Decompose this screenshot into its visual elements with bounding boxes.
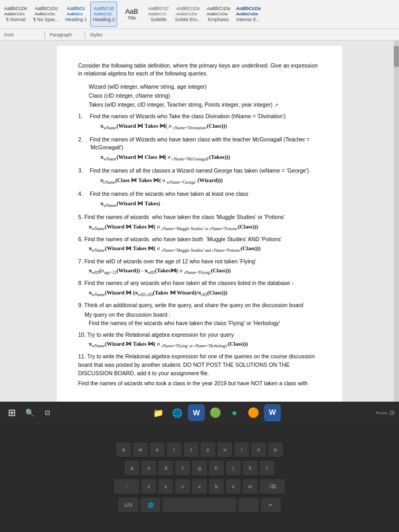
key-r[interactable]: r: [167, 442, 182, 458]
question-9: 9. Think of an additional query, write t…: [78, 301, 321, 327]
taskbar-search[interactable]: 🔍: [22, 405, 37, 420]
formula-10: πwName(Wizard ⋈ Takes ⋈( σ cName='Flying…: [89, 340, 321, 349]
keyboard-row-3: ↑ z x c v b n m ⌫: [3, 479, 396, 495]
app-spotify[interactable]: ●: [226, 404, 243, 421]
formula-5: πwName(Wizard ⋈ Takes ⋈( σ cName='Muggle…: [89, 223, 321, 232]
document-area: Consider the following table definition,…: [0, 41, 399, 424]
key-p[interactable]: p: [268, 442, 283, 458]
key-a[interactable]: a: [125, 461, 139, 477]
style-intense-e-label: Intense E...: [236, 17, 261, 22]
def-wizard: Wizard (wID integer, wName string, age i…: [89, 82, 321, 91]
keyboard-row-1: q w e r t y u i o p: [3, 442, 396, 458]
style-no-spacing[interactable]: AaBbCcDcAaBbCcDc ¶ No Spac...: [31, 2, 61, 27]
style-subtle-em[interactable]: AoBbCcDaAoBbCcDa Subtle Em...: [173, 2, 203, 27]
key-q[interactable]: q: [116, 442, 131, 458]
formula-3: πcName(Class ⋈ Takes ⋈( σ wName='George'…: [100, 176, 321, 186]
style-intense-e[interactable]: AoBbCcDaAoBbCcDa Intense E...: [234, 2, 263, 27]
style-subtitle[interactable]: AaBbCcCAaBbCcC Subtitle: [146, 2, 171, 27]
key-shift[interactable]: ↑: [114, 479, 139, 495]
key-s[interactable]: s: [141, 461, 156, 477]
key-m[interactable]: m: [243, 479, 258, 495]
style-subtle-em-label: Subtle Em...: [175, 17, 201, 22]
style-title-label: Title: [127, 15, 136, 21]
taskbar-tray: Focus: [376, 411, 387, 415]
key-period[interactable]: .: [239, 498, 259, 514]
formula-2: πwName(Wizard ⋈ Class ⋈( σ cName='McGona…: [100, 153, 321, 163]
key-t[interactable]: t: [184, 442, 198, 458]
paragraph-label: Paragraph: [50, 32, 72, 37]
style-no-spacing-label: ¶ No Spac...: [33, 17, 59, 22]
key-z[interactable]: z: [141, 479, 156, 495]
key-b[interactable]: b: [209, 479, 224, 495]
key-enter[interactable]: ↵: [261, 498, 281, 514]
style-heading2[interactable]: AaBbCcEAaBbCcE Heading 2: [90, 2, 117, 27]
app-word[interactable]: W: [188, 404, 205, 421]
question-3: 3. Find the names of all the classes a W…: [78, 167, 321, 188]
key-g[interactable]: g: [192, 461, 207, 477]
key-o[interactable]: o: [251, 442, 266, 458]
focus-label: Focus: [376, 411, 387, 415]
scroll-thumb[interactable]: [394, 46, 399, 67]
styles-gallery: AaBbCcDcAaBbCcDc ¶ Normal AaBbCcDcAaBbCc…: [2, 2, 397, 27]
question-8: 8. Find the names of any wizards who hav…: [78, 279, 321, 298]
definitions: Wizard (wID integer, wName string, age i…: [89, 82, 321, 109]
app-file-explorer[interactable]: 📁: [150, 404, 167, 421]
style-heading2-label: Heading 2: [93, 17, 115, 22]
key-c[interactable]: c: [175, 479, 190, 495]
style-subtitle-label: Subtitle: [150, 17, 166, 22]
key-y[interactable]: y: [201, 442, 215, 458]
key-123[interactable]: 123: [118, 498, 138, 514]
scrollbar[interactable]: [394, 41, 399, 402]
style-heading1-label: Heading 1: [65, 17, 87, 22]
question-7: 7. Find the wID of wizards over the age …: [78, 258, 321, 277]
question-10: 10. Try to write the Relational algebra …: [78, 331, 321, 350]
q9-subtext: My query on the discussion board :: [84, 311, 321, 319]
taskbar-center: 📁 🌐 W 🟢 ● 🟠 W: [150, 404, 281, 421]
key-backspace[interactable]: ⌫: [260, 479, 285, 495]
intro-text: Consider the following table definition,…: [78, 62, 321, 77]
toolbar-row: Font Paragraph Styles: [0, 29, 399, 41]
style-title[interactable]: AaB Title: [119, 2, 144, 27]
ribbon: AaBbCcDcAaBbCcDc ¶ Normal AaBbCcDcAaBbCc…: [0, 0, 399, 29]
key-space[interactable]: [163, 498, 236, 514]
key-l[interactable]: l: [260, 461, 274, 477]
taskbar: ⊞ 🔍 ⊡ 📁 🌐 W 🟢 ● 🟠 W Focus ⊞: [0, 402, 399, 424]
style-heading1[interactable]: AaBbCcAaBbCc Heading 1: [63, 2, 89, 27]
key-x[interactable]: x: [158, 479, 173, 495]
questions: 1. Find the names of Wizards who Take th…: [78, 112, 321, 388]
document-page: Consider the following table definition,…: [57, 46, 342, 419]
taskbar-right: Focus ⊞: [376, 409, 395, 416]
key-n[interactable]: n: [226, 479, 241, 495]
expand-icon[interactable]: ⊞: [390, 409, 395, 416]
key-e[interactable]: e: [150, 442, 165, 458]
key-f[interactable]: f: [175, 461, 190, 477]
app-orange[interactable]: 🟠: [245, 404, 262, 421]
windows-button[interactable]: ⊞: [4, 405, 19, 420]
formula-6: πwName(Wizard ⋈ Takes ⋈( σ cName='Muggle…: [89, 244, 321, 254]
key-d[interactable]: d: [158, 461, 173, 477]
app-word-2[interactable]: W: [264, 404, 281, 421]
question-4: 4. Find the names of the wizards who hav…: [78, 190, 321, 211]
key-lang[interactable]: 🌐: [140, 498, 160, 514]
key-w[interactable]: w: [133, 442, 148, 458]
style-normal[interactable]: AaBbCcDcAaBbCcDc ¶ Normal: [2, 2, 30, 27]
style-emphasis[interactable]: AaBbCcDaAaBbCcDa Emphasis: [205, 2, 233, 27]
app-chrome[interactable]: 🟢: [207, 404, 224, 421]
key-k[interactable]: k: [243, 461, 258, 477]
key-j[interactable]: j: [226, 461, 241, 477]
key-i[interactable]: i: [234, 442, 249, 458]
app-edge[interactable]: 🌐: [169, 404, 186, 421]
q11-subtext: Find the names of wizards who took a cla…: [78, 379, 321, 388]
formula-7: πwID(σage>12(Wizard)) - πwID(Takes⋈( σ c…: [89, 267, 321, 276]
question-5: 5. Find the names of wizards who have ta…: [78, 213, 321, 232]
key-h[interactable]: h: [209, 461, 224, 477]
task-view[interactable]: ⊡: [40, 405, 55, 420]
question-6: 6. Find the names of wizards who have ta…: [78, 235, 321, 254]
formula-4: πwName(Wizard ⋈ Takes): [100, 200, 321, 209]
font-label: Font: [4, 32, 36, 37]
style-emphasis-label: Emphasis: [208, 17, 229, 22]
key-v[interactable]: v: [192, 479, 207, 495]
key-u[interactable]: u: [217, 442, 232, 458]
formula-8: πwName(Wizard ⋈ (πwID,cID(Takes ⋈ Wizard…: [89, 289, 321, 298]
def-takes: Takes (wID integer, cID integer, Teacher…: [89, 100, 321, 109]
